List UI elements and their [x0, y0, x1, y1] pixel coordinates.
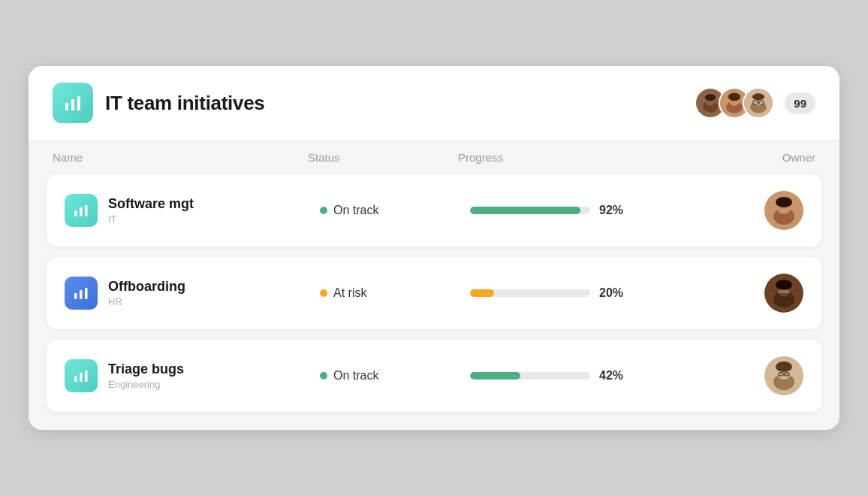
svg-point-31: [776, 280, 792, 290]
svg-point-24: [776, 197, 792, 207]
row-department: IT: [108, 213, 194, 225]
name-cell-triage-bugs: Triage bugs Engineering: [65, 359, 320, 392]
svg-rect-1: [71, 99, 74, 110]
progress-cell-offboarding: 20%: [470, 286, 680, 300]
owner-avatar-2: [764, 274, 803, 313]
svg-point-10: [728, 92, 740, 101]
svg-rect-27: [85, 288, 88, 299]
svg-rect-18: [74, 210, 77, 216]
row-icon-offboarding: [65, 277, 98, 310]
status-cell-software-mgt: On track: [320, 204, 470, 217]
progress-bar-bg: [470, 207, 590, 214]
table-row[interactable]: Software mgt IT On track 92%: [47, 174, 821, 246]
name-text-triage-bugs: Triage bugs Engineering: [108, 361, 184, 390]
progress-bar-bg: [470, 289, 590, 297]
progress-cell-software-mgt: 92%: [470, 204, 680, 217]
name-text-offboarding: Offboarding HR: [108, 279, 185, 307]
rows-area: Software mgt IT On track 92%: [29, 174, 839, 430]
progress-cell-triage-bugs: 42%: [470, 369, 680, 383]
progress-pct: 92%: [599, 204, 631, 217]
row-icon-software-mgt: [65, 194, 98, 227]
row-department: Engineering: [108, 379, 184, 390]
svg-rect-36: [80, 373, 83, 382]
avatar-group: [695, 87, 774, 119]
main-card: IT team initiatives: [29, 66, 839, 430]
progress-pct: 20%: [599, 286, 631, 300]
row-title: Software mgt: [108, 196, 194, 212]
table-row[interactable]: Triage bugs Engineering On track 42%: [47, 340, 821, 412]
svg-rect-0: [65, 103, 68, 110]
owner-cell-offboarding: [680, 274, 803, 313]
svg-rect-25: [74, 293, 77, 299]
owner-avatar-3: [764, 356, 803, 395]
header: IT team initiatives: [29, 66, 839, 141]
row-title: Offboarding: [108, 279, 185, 295]
status-dot-green: [320, 207, 327, 214]
progress-bar-bg: [470, 372, 590, 380]
row-department: HR: [108, 296, 185, 307]
table-row[interactable]: Offboarding HR At risk 20%: [47, 257, 821, 329]
owner-cell-software-mgt: [680, 191, 803, 230]
svg-rect-35: [74, 376, 77, 382]
status-label: At risk: [333, 286, 366, 300]
name-cell-software-mgt: Software mgt IT: [65, 194, 320, 227]
name-cell-offboarding: Offboarding HR: [65, 277, 320, 310]
app-icon: [53, 83, 93, 123]
progress-pct: 42%: [599, 369, 631, 383]
svg-point-41: [776, 361, 792, 372]
status-cell-offboarding: At risk: [320, 286, 470, 300]
owner-cell-triage-bugs: [680, 356, 803, 395]
status-cell-triage-bugs: On track: [320, 369, 470, 383]
owner-avatar-1: [764, 191, 803, 230]
row-icon-triage-bugs: [65, 359, 98, 392]
svg-rect-26: [80, 290, 83, 299]
progress-bar-fill: [470, 372, 520, 380]
svg-point-14: [752, 93, 764, 100]
status-label: On track: [333, 369, 378, 383]
svg-rect-20: [85, 205, 88, 216]
member-count-badge: 99: [785, 92, 815, 114]
column-headers: Name Status Progress Owner: [29, 141, 839, 174]
progress-bar-fill: [470, 289, 494, 297]
svg-point-6: [705, 94, 716, 101]
status-dot-orange: [320, 289, 327, 297]
col-status: Status: [308, 151, 458, 164]
progress-bar-fill: [470, 207, 580, 214]
row-title: Triage bugs: [108, 361, 184, 377]
svg-rect-2: [77, 96, 80, 110]
col-name: Name: [53, 151, 308, 164]
avatar-3: [743, 87, 774, 119]
header-left: IT team initiatives: [53, 83, 264, 123]
page-title: IT team initiatives: [105, 92, 264, 115]
svg-rect-37: [85, 370, 88, 382]
name-text-software-mgt: Software mgt IT: [108, 196, 194, 225]
svg-rect-19: [80, 207, 83, 216]
col-owner: Owner: [668, 151, 815, 164]
header-right: 99: [695, 87, 815, 119]
status-dot-green: [320, 372, 327, 380]
col-progress: Progress: [458, 151, 668, 164]
status-label: On track: [333, 204, 378, 217]
